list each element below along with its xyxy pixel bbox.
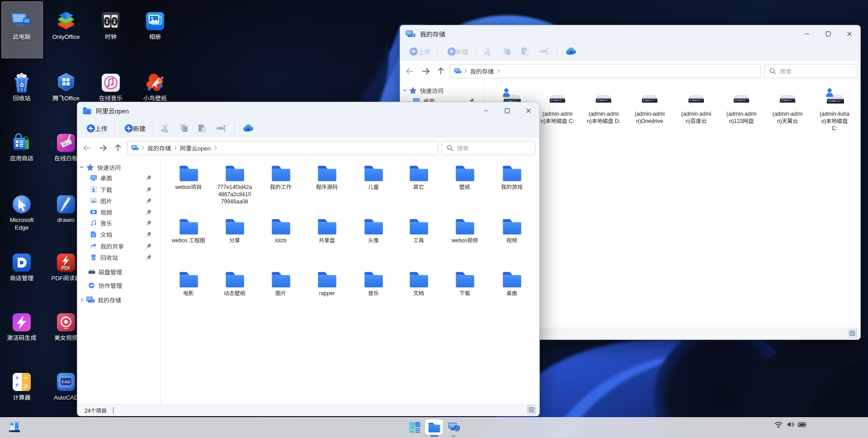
svg-text:PDF: PDF — [61, 265, 71, 271]
svg-text:♻: ♻ — [19, 82, 24, 89]
svg-text:CAD: CAD — [61, 380, 71, 384]
